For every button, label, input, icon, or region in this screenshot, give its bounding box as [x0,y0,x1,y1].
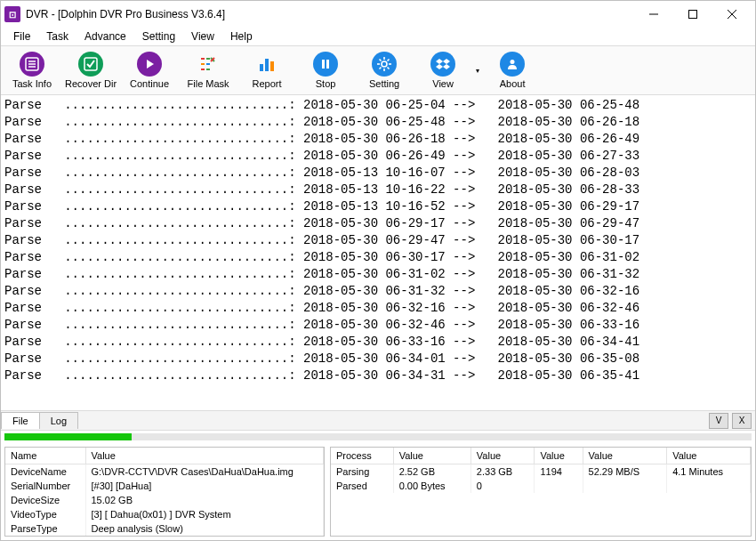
col-header[interactable]: Process [331,448,393,464]
cell: VideoType [5,507,85,521]
toolbar-label: About [500,78,526,89]
svg-rect-1 [689,11,697,19]
button-x[interactable]: X [732,413,752,429]
cell: [3] [ Dahua(0x01) ] DVR System [85,507,324,521]
svg-line-22 [380,68,382,69]
close-button[interactable] [712,2,752,27]
menu-advance[interactable]: Advance [77,29,133,44]
toolbar-view[interactable]: View [414,50,472,91]
svg-point-28 [511,60,515,64]
toolbar-label: File Mask [188,78,229,89]
svg-point-15 [382,61,387,67]
svg-line-21 [388,68,390,69]
svg-marker-24 [436,59,443,64]
menu-help[interactable]: Help [223,29,260,44]
device-info-panel: Name Value DeviceNameG:\DVR-CCTV\DVR Cas… [4,447,325,537]
toolbar-report[interactable]: Report [237,50,296,91]
toolbar-label: Task Info [12,78,52,89]
toolbar-label: Setting [369,78,399,89]
svg-rect-10 [260,64,263,71]
cell: 4.1 Minutes [667,464,751,480]
menu-bar: File Task Advance Setting View Help [1,28,755,45]
col-header[interactable]: Value [667,448,751,464]
bottom-panels: Name Value DeviceNameG:\DVR-CCTV\DVR Cas… [1,443,755,540]
svg-marker-27 [443,64,450,69]
cell: 0.00 Bytes [393,479,470,493]
col-name[interactable]: Name [5,448,85,464]
button-v[interactable]: V [709,413,728,429]
cell: 2.33 GB [470,464,535,480]
pause-icon [313,52,338,77]
cell: SerialNumber [5,479,85,493]
table-row[interactable]: DeviceSize15.02 GB [5,493,324,507]
toolbar-label: Continue [130,78,169,89]
toolbar-file-mask[interactable]: File Mask [179,50,237,91]
bars-icon [254,52,279,77]
toolbar-stop[interactable]: Stop [296,50,355,91]
person-icon [500,52,525,77]
maximize-button[interactable] [673,2,712,27]
col-header[interactable]: Value [583,448,667,464]
title-bar: ⊡ DVR - [Dolphin DVR Pro Business V3.6.4… [1,1,755,28]
cell [583,479,667,493]
toolbar-task-info[interactable]: Task Info [3,50,61,91]
dropdown-caret-icon[interactable]: ▾ [472,67,483,75]
svg-marker-26 [436,64,443,69]
table-row[interactable]: Parsing2.52 GB2.33 GB119452.29 MB/S4.1 M… [331,464,751,480]
menu-setting[interactable]: Setting [135,29,182,44]
toolbar-label: Recover Dir [65,78,117,89]
cell: 15.02 GB [85,493,324,507]
cell: Parsing [331,464,393,480]
list-icon [20,52,44,77]
svg-rect-12 [270,61,274,71]
toolbar-label: View [432,78,454,89]
minimize-button[interactable] [634,2,673,27]
menu-file[interactable]: File [6,29,37,44]
col-header[interactable]: Value [393,448,470,464]
cell: 1194 [535,464,583,480]
gear-icon [372,52,397,77]
menu-view[interactable]: View [184,29,221,44]
cell: [#30] [DaHua] [85,479,324,493]
cell: Parsed [331,479,393,493]
svg-marker-25 [443,59,450,64]
tab-file[interactable]: File [1,412,40,429]
toolbar-continue[interactable]: Continue [120,50,179,91]
table-row[interactable]: VideoType[3] [ Dahua(0x01) ] DVR System [5,507,324,521]
cell: DeviceSize [5,493,85,507]
toolbar-label: Stop [316,78,336,89]
svg-line-20 [380,60,382,61]
check-icon [78,52,103,77]
toolbar-about[interactable]: About [483,50,542,91]
tab-log[interactable]: Log [39,412,78,429]
log-output[interactable]: Parse ..............................: 20… [1,95,755,411]
bottom-tabs: File Log V X [1,411,755,431]
cell: 2.52 GB [393,464,470,480]
cell: DeviceName [5,464,85,480]
window-title: DVR - [Dolphin DVR Pro Business V3.6.4] [26,8,225,20]
mask-icon [196,52,221,77]
progress-bar [4,433,752,440]
cell: G:\DVR-CCTV\DVR Cases\DaHua\DaHua.img [85,464,324,480]
cell [535,479,583,493]
play-icon [137,52,162,77]
menu-task[interactable]: Task [39,29,76,44]
col-header[interactable]: Value [470,448,535,464]
table-row[interactable]: DeviceNameG:\DVR-CCTV\DVR Cases\DaHua\Da… [5,464,324,480]
col-value[interactable]: Value [85,448,324,464]
cell: 0 [470,479,535,493]
toolbar: Task InfoRecover DirContinueFile MaskRep… [1,45,755,95]
progress-fill [4,433,132,440]
svg-rect-14 [326,60,329,69]
process-panel: ProcessValueValueValueValueValue Parsing… [330,447,752,537]
cell: ParseType [5,521,85,536]
table-row[interactable]: SerialNumber[#30] [DaHua] [5,479,324,493]
toolbar-recover-dir[interactable]: Recover Dir [61,50,120,91]
table-row[interactable]: Parsed0.00 Bytes0 [331,479,751,493]
col-header[interactable]: Value [535,448,583,464]
table-row[interactable]: ParseTypeDeep analysis (Slow) [5,521,324,536]
toolbar-setting[interactable]: Setting [355,50,414,91]
toolbar-label: Report [253,78,282,89]
app-icon: ⊡ [4,6,20,22]
svg-marker-9 [147,60,154,69]
